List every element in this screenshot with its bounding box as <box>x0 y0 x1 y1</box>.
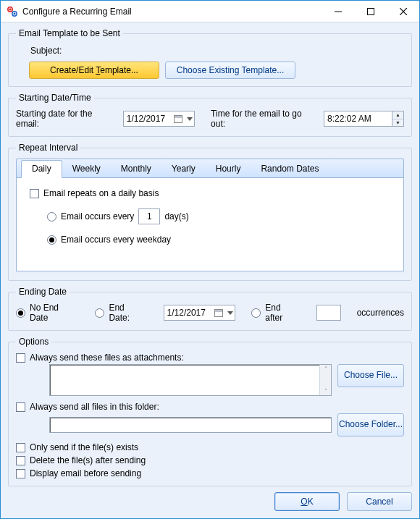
calendar-icon <box>174 114 182 123</box>
occurrences-label: occurrences <box>357 308 404 318</box>
no-end-date-label: No End Date <box>30 303 79 323</box>
always-attach-row[interactable]: Always send these files as attachments: <box>16 353 404 363</box>
time-value: 8:22:02 AM <box>327 114 371 124</box>
svg-rect-1 <box>9 8 12 10</box>
repeat-tabstrip: Daily Weekly Monthly Yearly Hourly Rando… <box>16 159 404 177</box>
choose-file-button[interactable]: Choose File... <box>337 364 404 387</box>
display-before-checkbox[interactable] <box>16 469 25 478</box>
email-template-legend: Email Template to be Sent <box>16 28 123 38</box>
svg-rect-12 <box>215 310 223 312</box>
delete-after-checkbox[interactable] <box>16 456 25 465</box>
choose-folder-label: Choose Folder... <box>339 420 403 429</box>
start-date-value: 1/12/2017 <box>127 114 165 124</box>
email-template-group: Email Template to be Sent Subject: Creat… <box>8 28 412 87</box>
end-after-row[interactable]: End after <box>251 303 300 323</box>
always-attach-label: Always send these files as attachments: <box>30 353 184 363</box>
occurs-every-radio[interactable] <box>47 212 56 221</box>
no-end-date-radio[interactable] <box>16 308 25 318</box>
delete-after-row[interactable]: Delete the file(s) after sending <box>16 455 404 465</box>
dropdown-icon <box>227 308 233 318</box>
calendar-icon <box>214 308 223 317</box>
repeats-daily-label: Email repeats on a daily basis <box>43 188 159 198</box>
dialog-window: Configure a Recurring Email Email Templa… <box>0 0 420 519</box>
occurs-weekday-radio-row[interactable]: Email occurs every weekday <box>47 235 392 245</box>
occurs-every-prefix: Email occurs every <box>61 211 134 221</box>
choose-file-label: Choose File... <box>344 371 398 380</box>
tab-yearly[interactable]: Yearly <box>161 161 206 177</box>
create-edit-template-button[interactable]: Create/Edit Template... <box>29 62 159 79</box>
options-group: Options Always send these files as attac… <box>8 337 412 486</box>
svg-rect-3 <box>14 12 16 14</box>
cancel-label: Cancel <box>366 497 392 507</box>
create-edit-template-label: Create/Edit Template... <box>50 65 138 75</box>
choose-folder-button[interactable]: Choose Folder... <box>337 413 404 436</box>
tab-pane-daily: Email repeats on a daily basis Email occ… <box>16 177 404 271</box>
svg-marker-10 <box>187 117 193 121</box>
repeat-interval-group: Repeat Interval Daily Weekly Monthly Yea… <box>8 143 412 281</box>
repeat-interval-legend: Repeat Interval <box>16 143 80 153</box>
end-after-count-input[interactable] <box>316 305 341 321</box>
repeats-daily-checkbox-row[interactable]: Email repeats on a daily basis <box>30 188 392 198</box>
dialog-content: Email Template to be Sent Subject: Creat… <box>1 22 419 489</box>
end-date-label: End Date: <box>109 303 147 323</box>
app-icon <box>7 6 18 17</box>
svg-rect-9 <box>175 116 182 118</box>
tab-daily[interactable]: Daily <box>21 160 62 178</box>
occurs-every-days-input[interactable]: 1 <box>138 208 160 224</box>
attachments-list-input[interactable]: ˄˅ <box>49 364 332 396</box>
tab-random[interactable]: Random Dates <box>251 161 329 177</box>
start-date-label: Starting date for the email: <box>16 109 117 129</box>
choose-existing-template-label: Choose Existing Template... <box>177 65 285 75</box>
spinner-down-icon: ▼ <box>392 119 403 127</box>
time-picker[interactable]: 8:22:02 AM <box>324 111 392 127</box>
occurs-every-radio-row[interactable]: Email occurs every 1 day(s) <box>47 208 392 224</box>
always-attach-checkbox[interactable] <box>16 353 25 363</box>
attachments-scrollbar[interactable]: ˄˅ <box>319 365 331 395</box>
ok-button[interactable]: OK <box>274 492 340 511</box>
time-spinner[interactable]: ▲ ▼ <box>392 111 404 127</box>
only-if-exists-checkbox[interactable] <box>16 443 25 452</box>
only-if-exists-row[interactable]: Only send if the file(s) exists <box>16 442 404 452</box>
end-date-picker[interactable]: 1/12/2017 <box>164 305 236 321</box>
always-folder-checkbox[interactable] <box>16 402 25 412</box>
display-before-row[interactable]: Display email before sending <box>16 468 404 478</box>
tab-monthly[interactable]: Monthly <box>111 161 161 177</box>
title-bar: Configure a Recurring Email <box>1 1 419 22</box>
dialog-footer: OK Cancel <box>1 489 419 518</box>
window-title: Configure a Recurring Email <box>22 7 132 17</box>
choose-existing-template-button[interactable]: Choose Existing Template... <box>165 62 295 79</box>
only-if-exists-label: Only send if the file(s) exists <box>30 442 138 452</box>
scroll-up-icon: ˄ <box>324 366 327 372</box>
dropdown-icon <box>187 114 193 124</box>
scroll-down-icon: ˅ <box>324 388 327 394</box>
cancel-button[interactable]: Cancel <box>347 492 412 511</box>
end-after-label: End after <box>265 303 300 323</box>
occurs-weekday-radio[interactable] <box>47 235 56 245</box>
maximize-button[interactable] <box>354 1 387 22</box>
svg-rect-5 <box>367 8 374 14</box>
end-date-value: 1/12/2017 <box>167 308 206 318</box>
folder-path-input[interactable] <box>49 417 332 433</box>
no-end-date-row[interactable]: No End Date <box>16 303 79 323</box>
starting-datetime-legend: Starting Date/Time <box>16 93 94 103</box>
repeats-daily-checkbox[interactable] <box>30 189 39 198</box>
start-date-picker[interactable]: 1/12/2017 <box>123 111 195 127</box>
time-label: Time for the email to go out: <box>211 109 318 129</box>
minimize-button[interactable] <box>322 1 354 22</box>
ending-date-legend: Ending Date <box>16 287 70 297</box>
delete-after-label: Delete the file(s) after sending <box>30 455 146 465</box>
display-before-label: Display email before sending <box>30 468 141 478</box>
always-folder-label: Always send all files in this folder: <box>30 402 159 412</box>
spinner-up-icon: ▲ <box>392 111 403 119</box>
close-button[interactable] <box>387 1 419 22</box>
tab-weekly[interactable]: Weekly <box>62 161 111 177</box>
subject-label: Subject: <box>30 46 404 56</box>
end-date-radio[interactable] <box>95 308 104 318</box>
end-date-row[interactable]: End Date: <box>95 303 147 323</box>
ok-label: OK <box>301 497 313 507</box>
starting-datetime-group: Starting Date/Time Starting date for the… <box>8 93 412 137</box>
ending-date-group: Ending Date No End Date End Date: 1/12/2… <box>8 287 412 331</box>
always-folder-row[interactable]: Always send all files in this folder: <box>16 402 404 412</box>
tab-hourly[interactable]: Hourly <box>206 161 251 177</box>
end-after-radio[interactable] <box>251 308 261 318</box>
